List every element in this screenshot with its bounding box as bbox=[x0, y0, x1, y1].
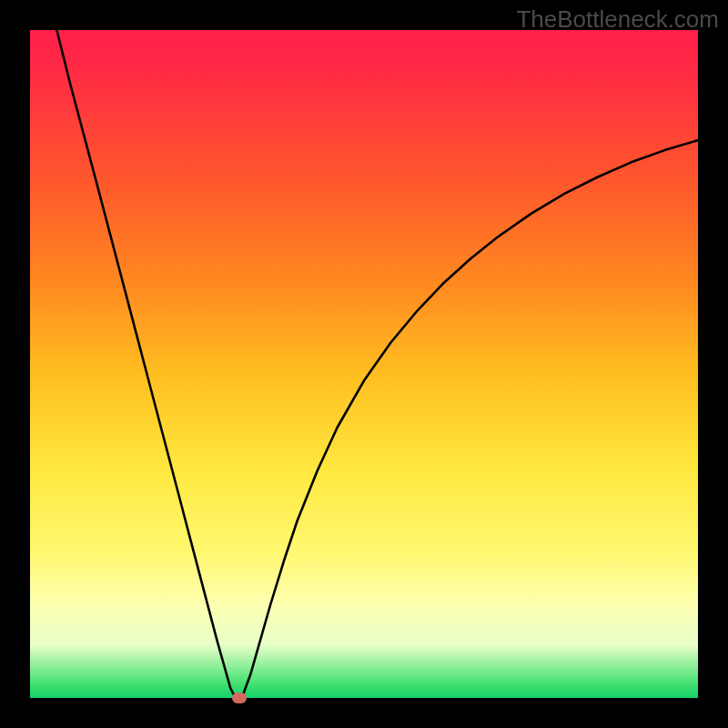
optimum-marker bbox=[232, 693, 247, 703]
bottleneck-curve bbox=[30, 30, 698, 698]
watermark-text: TheBottleneck.com bbox=[516, 5, 719, 34]
